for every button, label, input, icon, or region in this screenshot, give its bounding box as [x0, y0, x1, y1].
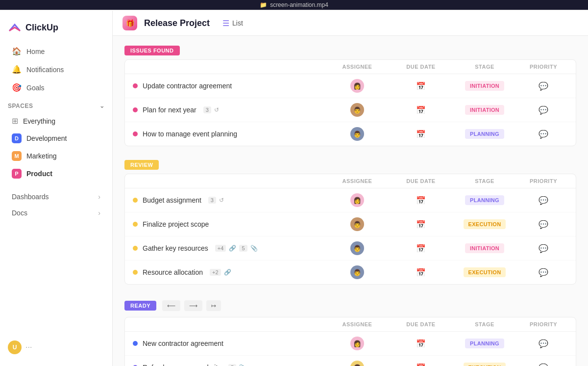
- review-col-headers: ASSIGNEE DUE DATE STAGE PRIORITY: [125, 174, 576, 188]
- notice-bar: 📁 screen-animation.mp4: [0, 0, 588, 10]
- col-task-header: [133, 178, 323, 184]
- priority-icon: 💬: [539, 220, 548, 229]
- stage-badge: EXECUTION: [464, 363, 506, 366]
- spaces-chevron-icon[interactable]: ⌄: [99, 103, 105, 109]
- calendar-icon[interactable]: 📅: [416, 130, 426, 139]
- table-row: How to manage event planning 👨 📅 PLANNIN…: [125, 122, 576, 146]
- stage-badge: EXECUTION: [464, 267, 506, 277]
- avatar: 👨: [350, 103, 364, 117]
- task-dot: [133, 270, 138, 275]
- task-name-cell: Update contractor agreement: [133, 82, 323, 90]
- sidebar-item-dashboards[interactable]: Dashboards ›: [4, 189, 108, 205]
- sidebar-item-home[interactable]: 🏠 Home: [4, 43, 108, 60]
- col-priority-header-2: PRIORITY: [519, 178, 568, 184]
- calendar-icon[interactable]: 📅: [416, 244, 426, 253]
- sidebar-item-marketing[interactable]: M Marketing: [4, 148, 108, 164]
- stage-badge: PLANNING: [465, 339, 504, 348]
- due-date-cell: 📅: [392, 220, 450, 229]
- stage-badge: INITIATION: [465, 243, 504, 253]
- review-header: REVIEW: [124, 160, 576, 170]
- priority-icon: 💬: [539, 105, 548, 115]
- toolbar-btn-2[interactable]: ⟶: [184, 300, 202, 311]
- stage-badge: INITIATION: [465, 105, 504, 115]
- sidebar-item-notifications[interactable]: 🔔 Notifications: [4, 61, 108, 78]
- main-content: 🎁 Release Project ☰ List ISSUES FOUND AS…: [113, 11, 588, 366]
- sidebar-item-development[interactable]: D Development: [4, 130, 108, 147]
- calendar-icon[interactable]: 📅: [416, 268, 426, 277]
- priority-icon: 💬: [539, 130, 548, 139]
- issues-found-table: ASSIGNEE DUE DATE STAGE PRIORITY Update …: [124, 59, 576, 146]
- list-view-tab[interactable]: ☰ List: [217, 16, 249, 30]
- user-menu-icon[interactable]: ···: [25, 343, 32, 352]
- task-name[interactable]: Refresh company website: [143, 364, 221, 366]
- sidebar-item-marketing-label: Marketing: [26, 152, 56, 160]
- sidebar-item-product[interactable]: P Product: [4, 165, 108, 182]
- stage-cell: INITIATION: [450, 105, 519, 115]
- grid-icon: ⊞: [12, 116, 18, 126]
- priority-icon: 💬: [539, 268, 548, 277]
- task-name[interactable]: Finalize project scope: [143, 220, 209, 228]
- task-name[interactable]: Plan for next year: [143, 106, 196, 114]
- product-space-dot: P: [12, 169, 22, 179]
- task-name[interactable]: Gather key resources: [143, 244, 208, 252]
- task-meta: 5 📎: [228, 364, 246, 366]
- stage-cell: PLANNING: [450, 129, 519, 139]
- col-priority-header-1: PRIORITY: [519, 64, 568, 70]
- toolbar-btn-1[interactable]: ⟵: [162, 300, 180, 311]
- issues-found-badge: ISSUES FOUND: [124, 46, 180, 55]
- due-date-cell: 📅: [392, 130, 450, 139]
- sidebar-item-docs-label: Docs: [12, 209, 27, 217]
- stage-cell: PLANNING: [450, 339, 519, 348]
- assignee-cell: 👩: [323, 337, 392, 350]
- sidebar-item-home-label: Home: [26, 48, 45, 55]
- sidebar-item-docs[interactable]: Docs ›: [4, 205, 108, 221]
- user-avatar[interactable]: U: [8, 340, 22, 354]
- task-name-cell: Resource allocation +2 🔗: [133, 268, 323, 276]
- assignee-cell: 👩: [323, 193, 392, 207]
- task-name[interactable]: How to manage event planning: [143, 130, 237, 138]
- spaces-label: Spaces: [8, 103, 33, 109]
- sidebar-item-everything[interactable]: ⊞ Everything: [4, 113, 108, 129]
- review-table: ASSIGNEE DUE DATE STAGE PRIORITY Budget …: [124, 174, 576, 285]
- col-priority-header-3: PRIORITY: [519, 321, 568, 327]
- calendar-icon[interactable]: 📅: [416, 363, 426, 366]
- section-review: REVIEW ASSIGNEE DUE DATE STAGE PRIORITY …: [124, 160, 576, 285]
- list-icon: ☰: [222, 19, 229, 28]
- task-dot: [133, 131, 138, 136]
- avatar: 👨: [350, 241, 364, 255]
- avatar: 👨: [350, 217, 364, 231]
- calendar-icon[interactable]: 📅: [416, 220, 426, 229]
- task-meta: 3↺: [208, 197, 224, 204]
- toolbar-btn-3[interactable]: ↦: [206, 300, 221, 311]
- priority-cell: 💬: [519, 105, 568, 115]
- task-name[interactable]: Update contractor agreement: [143, 82, 232, 90]
- task-name[interactable]: Resource allocation: [143, 268, 203, 276]
- task-name[interactable]: Budget assignment: [143, 196, 201, 204]
- task-dot: [133, 107, 138, 112]
- calendar-icon[interactable]: 📅: [416, 105, 426, 115]
- sidebar-item-goals[interactable]: 🎯 Goals: [4, 79, 108, 96]
- stage-cell: INITIATION: [450, 243, 519, 253]
- calendar-icon[interactable]: 📅: [416, 196, 426, 205]
- stage-badge: INITIATION: [465, 81, 504, 91]
- stage-badge: PLANNING: [465, 195, 504, 205]
- priority-cell: 💬: [519, 130, 568, 139]
- stage-cell: EXECUTION: [450, 363, 519, 366]
- task-dot: [133, 222, 138, 227]
- due-date-cell: 📅: [392, 105, 450, 115]
- task-name[interactable]: New contractor agreement: [143, 340, 223, 347]
- content-area: ISSUES FOUND ASSIGNEE DUE DATE STAGE PRI…: [113, 36, 588, 366]
- ready-badge: READY: [124, 301, 156, 311]
- calendar-icon[interactable]: 📅: [416, 339, 426, 348]
- avatar: 👨: [350, 127, 364, 141]
- top-bar: 🎁 Release Project ☰ List: [113, 11, 588, 36]
- ready-header: READY ⟵ ⟶ ↦: [124, 298, 576, 313]
- dashboards-chevron-icon: ›: [98, 193, 100, 201]
- task-name-cell: Refresh company website 5 📎: [133, 364, 323, 366]
- stage-cell: EXECUTION: [450, 267, 519, 277]
- logo-text: ClickUp: [25, 23, 58, 33]
- sidebar-item-notifications-label: Notifications: [26, 66, 64, 74]
- calendar-icon[interactable]: 📅: [416, 81, 426, 91]
- table-row: Update contractor agreement 👩 📅 INITIATI…: [125, 74, 576, 98]
- col-duedate-header-1: DUE DATE: [392, 64, 450, 70]
